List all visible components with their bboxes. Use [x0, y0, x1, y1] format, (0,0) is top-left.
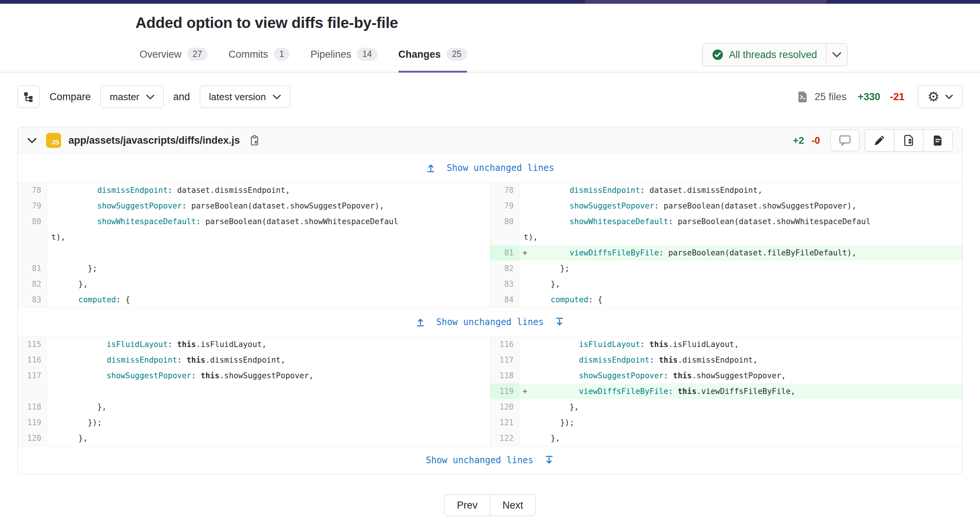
line-number[interactable]: 119 [490, 383, 519, 399]
line-number[interactable]: 78 [490, 182, 519, 198]
js-file-icon: JS [46, 133, 61, 148]
code-line: showSuggestPopover: this.showSuggestPopo… [519, 368, 963, 383]
diff-marker [47, 352, 59, 368]
file-pagination: Prev Next [0, 495, 980, 516]
line-number[interactable]: 79 [490, 198, 519, 214]
diff-marker [519, 276, 532, 292]
diff-marker [47, 198, 59, 214]
code-line: }; [47, 261, 490, 276]
prev-file-button[interactable]: Prev [444, 495, 490, 516]
diff-row: 81 };82 }; [18, 261, 962, 276]
file-actions-group [865, 129, 953, 152]
line-number[interactable]: 82 [18, 276, 47, 292]
line-number[interactable]: 80 [490, 214, 519, 229]
diff-marker [519, 214, 532, 229]
line-number [18, 229, 47, 245]
line-number[interactable]: 78 [18, 182, 47, 198]
target-version-value: latest version [209, 91, 266, 103]
line-number[interactable]: 116 [18, 352, 47, 368]
clipboard-copy-icon [249, 135, 260, 146]
deletions-count: -21 [890, 91, 904, 103]
expander-label: Show unchanged lines [426, 455, 533, 465]
line-number[interactable]: 118 [18, 399, 47, 415]
edit-file-button[interactable] [865, 129, 894, 151]
diff-marker [47, 368, 59, 383]
line-number[interactable]: 117 [490, 352, 519, 368]
line-number[interactable]: 122 [490, 430, 519, 446]
code-text: showSuggestPopover: parseBoolean(dataset… [59, 198, 384, 214]
line-number[interactable]: 116 [490, 337, 519, 352]
diff-row: 78 dismissEndpoint: dataset.dismissEndpo… [18, 182, 962, 198]
line-number[interactable]: 81 [18, 261, 47, 276]
diff-row: 118 },120 }, [18, 399, 962, 415]
all-threads-resolved-button[interactable]: All threads resolved [702, 43, 848, 66]
file-tree-toggle-button[interactable] [18, 86, 40, 108]
tab-changes[interactable]: Changes 25 [398, 48, 467, 72]
diff-body: Show unchanged lines78 dismissEndpoint: … [18, 154, 962, 474]
file-path[interactable]: app/assets/javascripts/diffs/index.js [68, 135, 240, 146]
source-branch-dropdown[interactable]: master [100, 86, 163, 108]
code-text: isFluidLayout: this.isFluidLayout, [59, 337, 266, 352]
diff-marker [519, 368, 532, 383]
view-file-button[interactable] [923, 129, 952, 151]
copy-path-button[interactable] [247, 133, 262, 147]
line-number[interactable]: 121 [490, 415, 519, 430]
code-line: t), [519, 229, 963, 245]
code-text: t), [524, 229, 538, 245]
line-number [490, 229, 519, 245]
tab-pipelines[interactable]: Pipelines 14 [310, 48, 377, 72]
line-number[interactable]: 80 [18, 214, 47, 229]
show-unchanged-lines-link[interactable]: Show unchanged lines [18, 446, 962, 474]
threads-resolved-dropdown[interactable] [826, 43, 847, 66]
expand-up-icon [426, 163, 436, 173]
line-number[interactable]: 117 [18, 368, 47, 383]
file-deletions: -0 [811, 135, 820, 146]
code-text: isFluidLayout: this.isFluidLayout, [532, 337, 739, 352]
line-number[interactable]: 120 [18, 430, 47, 446]
toggle-comments-button[interactable] [830, 129, 859, 151]
doc-text-icon [932, 135, 943, 146]
diff-row: 115 isFluidLayout: this.isFluidLayout,11… [18, 337, 962, 352]
tab-count-badge: 1 [274, 48, 290, 61]
diff-settings-button[interactable]: ⚙ [918, 85, 963, 109]
show-unchanged-lines-link[interactable]: Show unchanged lines [18, 308, 962, 337]
show-unchanged-lines-link[interactable]: Show unchanged lines [18, 154, 962, 182]
and-label: and [173, 91, 190, 103]
line-number[interactable]: 83 [18, 292, 47, 308]
code-line: computed: { [47, 292, 490, 308]
compare-versions-button[interactable] [894, 129, 923, 151]
diff-marker [47, 383, 59, 399]
diff-marker [47, 292, 59, 308]
expand-down-icon [544, 455, 554, 465]
next-file-button[interactable]: Next [490, 495, 536, 516]
line-number[interactable]: 119 [18, 415, 47, 430]
chevron-down-icon [832, 52, 841, 57]
chevron-down-icon [273, 94, 281, 99]
navbar-search-field[interactable] [585, 0, 827, 4]
line-number[interactable]: 83 [490, 276, 519, 292]
tab-commits[interactable]: Commits 1 [228, 48, 290, 72]
collapse-file-chevron-icon[interactable] [27, 138, 37, 143]
line-number[interactable]: 79 [18, 198, 47, 214]
tab-count-badge: 27 [187, 48, 208, 61]
code-text: t), [51, 229, 65, 245]
code-line [47, 245, 490, 261]
diff-file-container: JS app/assets/javascripts/diffs/index.js… [18, 127, 963, 474]
line-number[interactable]: 84 [490, 292, 519, 308]
code-line: }, [519, 276, 963, 292]
tab-overview[interactable]: Overview 27 [140, 48, 208, 72]
line-number[interactable]: 82 [490, 261, 519, 276]
code-line: showSuggestPopover: this.showSuggestPopo… [47, 368, 490, 383]
line-number[interactable]: 115 [18, 337, 47, 352]
compare-label: Compare [49, 91, 91, 103]
line-number[interactable]: 120 [490, 399, 519, 415]
target-version-dropdown[interactable]: latest version [200, 86, 290, 108]
line-number[interactable]: 118 [490, 368, 519, 383]
pencil-icon [874, 135, 885, 146]
page-title: Added option to view diffs file-by-file [0, 4, 980, 32]
code-text: }); [532, 415, 574, 430]
threads-resolved-main[interactable]: All threads resolved [703, 43, 826, 66]
gear-icon: ⚙ [928, 90, 939, 104]
line-number[interactable]: 81 [490, 245, 519, 261]
additions-count: +330 [858, 91, 880, 103]
